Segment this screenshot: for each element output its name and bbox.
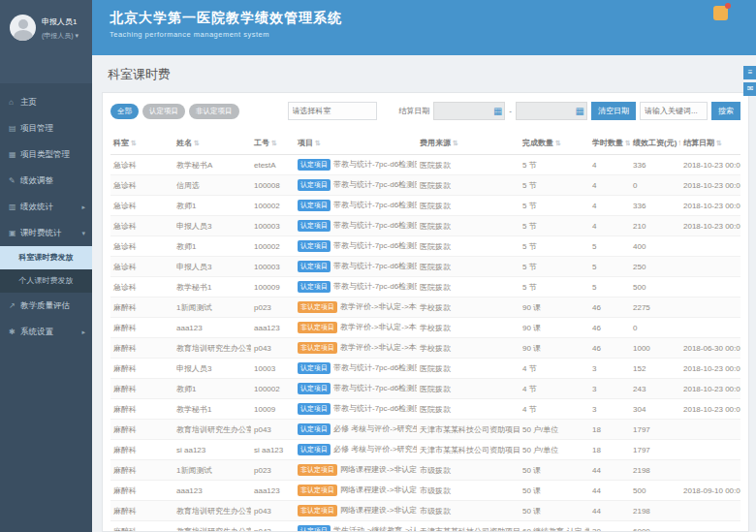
cell-quantity: 5 节 [520, 257, 589, 277]
cell-project: 认定项目带教与统计-7pc-d6检测应 [295, 175, 417, 196]
sidebar-subitem-dept-fee[interactable]: 科室课时费发放 [0, 246, 92, 269]
user-role-dropdown[interactable]: (申报人员) ▾ [42, 31, 86, 41]
table-row: 麻醉科教师1100002认定项目带教与统计-7pc-d6检测应医院拨款4 节32… [110, 379, 740, 399]
cell-name: 申报人员3 [173, 257, 251, 277]
calendar-icon[interactable]: ▦ [493, 105, 502, 118]
date-separator: - [509, 107, 512, 115]
cell-dept: 急诊科 [110, 236, 173, 257]
sidebar-submenu: 科室课时费发放个人课时费发放 [0, 246, 92, 293]
cell-salary: 210 [630, 216, 680, 236]
toolbar-right-group: 结算日期 ▦ - ▦ 清空日期 搜索 [398, 102, 740, 120]
table-row: 麻醉科教育培训研究生办公室Ap043非认定项目网络课程建设->非认定->本科->… [110, 501, 740, 521]
mail-float-button[interactable]: ✉ [743, 82, 756, 96]
sort-icon[interactable]: ⇅ [194, 140, 200, 146]
cell-id: p043 [251, 420, 295, 440]
app-subtitle: Teaching performance management system [110, 30, 756, 39]
date-start-input[interactable]: ▦ [433, 102, 505, 120]
clear-date-button[interactable]: 清空日期 [591, 102, 636, 120]
cell-source: 学校拨款 [417, 338, 520, 359]
project-badge: 认定项目 [298, 261, 331, 272]
calendar-icon[interactable]: ▦ [576, 105, 584, 118]
sidebar-item-system-settings[interactable]: ✱系统设置▸ [0, 319, 92, 345]
cell-name: 教学秘书1 [173, 277, 251, 297]
column-header: 工号⇅ [251, 132, 295, 155]
cell-source: 医院拨款 [417, 196, 520, 216]
cell-id: 100009 [251, 277, 295, 297]
project-badge: 认定项目 [298, 200, 331, 211]
keyword-input[interactable] [640, 102, 708, 120]
table-row: 急诊科教学秘书1100009认定项目带教与统计-7pc-d6检测应医院拨款5 节… [110, 277, 740, 297]
table-row: 急诊科信周选100008认定项目带教与统计-7pc-d6检测应医院拨款5 节40… [110, 175, 740, 196]
cell-quantity: 90 课 [520, 338, 589, 359]
cell-dept: 麻醉科 [110, 399, 173, 420]
sidebar-item-label: 系统设置 [20, 327, 53, 336]
table-row: 麻醉科教育培训研究生办公室Ap043认定项目学生活动->继续教育->认定->学员… [110, 521, 740, 532]
cell-source: 市级拨款 [417, 481, 520, 501]
cell-name: 信周选 [173, 175, 251, 196]
cell-salary: 336 [630, 196, 680, 216]
cell-id: aaa123 [251, 481, 295, 501]
table-row: 急诊科申报人员3100003认定项目带教与统计-7pc-d6检测应医院拨款5 节… [110, 216, 740, 236]
project-badge: 非认定项目 [298, 301, 337, 313]
search-button[interactable]: 搜索 [711, 102, 740, 120]
sidebar-menu: ⌂主页▤项目管理▦项目类型管理✎绩效调整▥绩效统计▸▣课时费统计▾科室课时费发放… [0, 89, 92, 345]
table-row: 麻醉科1新闻测试p023非认定项目教学评价->非认定->本科->无接受人学校拨款… [110, 297, 740, 318]
cell-date [680, 460, 740, 481]
cell-project: 认定项目带教与统计-7pc-d6检测应 [295, 155, 417, 175]
table-row: 急诊科申报人员3100003认定项目带教与统计-7pc-d6检测应医院拨款5 节… [110, 257, 740, 277]
sort-icon[interactable]: ⇅ [453, 140, 458, 146]
filter-uncertified-button[interactable]: 非认定项目 [189, 104, 239, 119]
sort-icon[interactable]: ⇅ [625, 140, 630, 146]
cell-name: si aa123 [173, 440, 251, 460]
sort-icon[interactable]: ⇅ [555, 140, 561, 146]
cell-name: 教学秘书A [173, 155, 251, 175]
cell-quantity: 5 节 [520, 277, 589, 297]
filter-certified-button[interactable]: 认定项目 [142, 104, 185, 119]
cell-date: 2018-10-23 00:00:00 [680, 196, 740, 216]
fees-icon: ▣ [9, 220, 20, 246]
table-row: 麻醉科si aa123si aa123认定项目必修 考核与评价->研究生->认定… [110, 440, 740, 460]
table-body: 急诊科教学秘书AetestA认定项目带教与统计-7pc-d6检测应医院拨款5 节… [110, 155, 740, 532]
cell-name: 1新闻测试 [173, 460, 251, 481]
sort-icon[interactable]: ⇅ [131, 140, 137, 146]
sidebar-item-label: 项目类型管理 [20, 149, 70, 159]
cell-salary: 2275 [630, 297, 680, 318]
cell-id: 100008 [251, 175, 295, 196]
cell-quantity: 90 课 [520, 297, 589, 318]
project-badge: 非认定项目 [298, 342, 337, 354]
sort-icon[interactable]: ⇅ [716, 140, 722, 146]
sidebar-item-quality-eval[interactable]: ↗教学质量评估 [0, 293, 92, 319]
cell-quantity: 4 节 [520, 359, 589, 379]
filter-all-button[interactable]: 全部 [110, 104, 139, 119]
cell-project: 认定项目学生活动->继续教育->认定->学员 [295, 521, 417, 532]
notification-icon[interactable] [713, 6, 728, 20]
sidebar-item-perf-stats[interactable]: ▥绩效统计▸ [0, 194, 92, 220]
cell-salary: 1797 [630, 420, 680, 440]
sort-icon[interactable]: ⇅ [271, 140, 277, 146]
cell-hours: 30 [589, 521, 630, 532]
sidebar-item-project-mgmt[interactable]: ▤项目管理 [0, 115, 92, 141]
table-row: 麻醉科教育培训研究生办公室Ap043非认定项目教学评价->非认定->本科->无接… [110, 338, 740, 359]
chevron-down-icon: ▾ [81, 220, 85, 246]
cell-project: 非认定项目网络课程建设->非认定->本科->学员 [295, 481, 417, 501]
sidebar-item-fee-stats[interactable]: ▣课时费统计▾ [0, 220, 92, 246]
cell-date: 2018-09-10 00:00:00 [680, 481, 740, 501]
column-header: 费用来源⇅ [417, 132, 520, 155]
cell-project: 非认定项目网络课程建设->非认定->本科->学员 [295, 501, 417, 521]
sidebar-item-perf-adjust[interactable]: ✎绩效调整 [0, 168, 92, 194]
sort-icon[interactable]: ⇅ [678, 140, 680, 146]
date-end-input[interactable]: ▦ [516, 102, 587, 120]
cell-hours: 3 [589, 379, 630, 399]
cell-id: p043 [251, 501, 295, 521]
department-input[interactable] [288, 102, 377, 120]
sort-icon[interactable]: ⇅ [315, 140, 321, 146]
sidebar-item-home[interactable]: ⌂主页 [0, 89, 92, 115]
sidebar-subitem-personal-fee[interactable]: 个人课时费发放 [0, 269, 92, 293]
project-badge: 认定项目 [298, 362, 331, 374]
cell-hours: 44 [589, 481, 630, 501]
sidebar-item-project-type-mgmt[interactable]: ▦项目类型管理 [0, 141, 92, 168]
cell-quantity: 50 户/单位 [520, 440, 589, 460]
cell-id: p043 [251, 338, 295, 359]
cell-quantity: 5 节 [520, 155, 589, 175]
menu-float-button[interactable]: ≡ [743, 66, 756, 79]
